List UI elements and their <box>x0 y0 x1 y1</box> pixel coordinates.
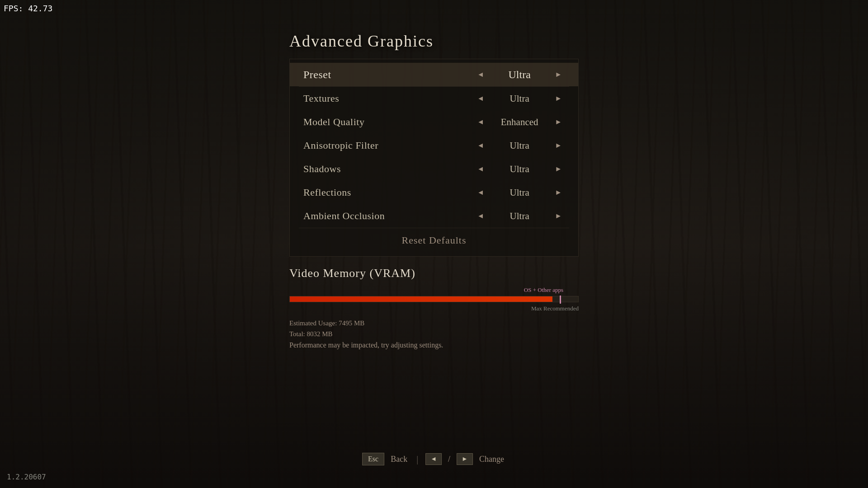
setting-row-textures[interactable]: Textures ◄ Ultra ► <box>290 87 578 110</box>
setting-row-model-quality[interactable]: Model Quality ◄ Enhanced ► <box>290 110 578 134</box>
model-quality-arrow-left[interactable]: ◄ <box>474 116 487 128</box>
setting-label-model-quality: Model Quality <box>303 116 474 128</box>
vram-bar <box>289 296 579 302</box>
vram-max-label: Max Recommended <box>531 305 579 312</box>
preset-arrow-right[interactable]: ► <box>552 69 565 80</box>
main-panel: Advanced Graphics Preset ◄ Ultra ► Textu… <box>289 32 579 257</box>
setting-label-preset: Preset <box>303 69 474 81</box>
setting-row-reflections[interactable]: Reflections ◄ Ultra ► <box>290 181 578 204</box>
reflections-arrow-left[interactable]: ◄ <box>474 187 487 198</box>
preset-value-container: ◄ Ultra ► <box>474 69 565 81</box>
preset-arrow-left[interactable]: ◄ <box>474 69 487 80</box>
textures-value-container: ◄ Ultra ► <box>474 93 565 104</box>
back-label: Back <box>391 455 407 464</box>
vram-section: Video Memory (VRAM) OS + Other apps Max … <box>289 267 579 349</box>
vram-total: Total: 8032 MB <box>289 328 579 339</box>
vram-max-label-row: Max Recommended <box>289 305 579 314</box>
vram-os-label-row: OS + Other apps <box>289 286 579 295</box>
textures-value: Ultra <box>492 93 547 104</box>
ambient-occlusion-arrow-left[interactable]: ◄ <box>474 210 487 222</box>
model-quality-value-container: ◄ Enhanced ► <box>474 116 565 128</box>
bottom-controls: Esc Back | ◄ / ► Change <box>362 453 506 465</box>
vram-estimated: Estimated Usage: 7495 MB <box>289 318 579 328</box>
setting-label-shadows: Shadows <box>303 163 474 175</box>
page-title: Advanced Graphics <box>289 32 579 51</box>
ambient-occlusion-arrow-right[interactable]: ► <box>552 210 565 222</box>
vram-warning: Performance may be impacted, try adjusti… <box>289 341 579 349</box>
setting-row-preset[interactable]: Preset ◄ Ultra ► <box>290 63 578 86</box>
shadows-value-container: ◄ Ultra ► <box>474 163 565 175</box>
right-arrow-key[interactable]: ► <box>457 453 473 465</box>
anisotropic-filter-value-container: ◄ Ultra ► <box>474 140 565 151</box>
setting-label-ambient-occlusion: Ambient Occlusion <box>303 210 474 222</box>
preset-value: Ultra <box>492 69 547 81</box>
setting-label-anisotropic-filter: Anisotropic Filter <box>303 140 474 151</box>
shadows-arrow-right[interactable]: ► <box>552 163 565 175</box>
fps-value: FPS: 42.73 <box>4 4 52 13</box>
ambient-occlusion-value: Ultra <box>492 211 547 222</box>
esc-key[interactable]: Esc <box>362 453 384 465</box>
shadows-arrow-left[interactable]: ◄ <box>474 163 487 175</box>
model-quality-arrow-right[interactable]: ► <box>552 116 565 128</box>
reflections-arrow-right[interactable]: ► <box>552 187 565 198</box>
textures-arrow-right[interactable]: ► <box>552 93 565 104</box>
setting-label-reflections: Reflections <box>303 187 474 198</box>
fps-counter: FPS: 42.73 <box>4 4 52 13</box>
setting-row-shadows[interactable]: Shadows ◄ Ultra ► <box>290 157 578 181</box>
anisotropic-arrow-right[interactable]: ► <box>552 140 565 151</box>
reset-defaults-button[interactable]: Reset Defaults <box>290 228 578 253</box>
vram-os-marker <box>560 296 561 304</box>
textures-arrow-left[interactable]: ◄ <box>474 93 487 104</box>
anisotropic-arrow-left[interactable]: ◄ <box>474 140 487 151</box>
vram-bar-fill <box>290 296 552 302</box>
version-value: 1.2.20607 <box>7 473 46 481</box>
left-arrow-key[interactable]: ◄ <box>425 453 442 465</box>
reset-label: Reset Defaults <box>402 235 467 246</box>
change-label: Change <box>479 455 504 464</box>
model-quality-value: Enhanced <box>492 117 547 128</box>
slash-separator: / <box>448 455 450 464</box>
vram-bar-wrapper: OS + Other apps Max Recommended <box>289 286 579 314</box>
ambient-occlusion-value-container: ◄ Ultra ► <box>474 210 565 222</box>
anisotropic-value: Ultra <box>492 140 547 151</box>
version-label: 1.2.20607 <box>7 473 46 481</box>
settings-panel: Preset ◄ Ultra ► Textures ◄ Ultra ► Mode… <box>289 59 579 257</box>
setting-row-anisotropic-filter[interactable]: Anisotropic Filter ◄ Ultra ► <box>290 134 578 157</box>
shadows-value: Ultra <box>492 164 547 175</box>
reflections-value: Ultra <box>492 187 547 198</box>
setting-row-ambient-occlusion[interactable]: Ambient Occlusion ◄ Ultra ► <box>290 204 578 228</box>
control-separator: | <box>416 454 418 465</box>
setting-label-textures: Textures <box>303 93 474 104</box>
vram-info: Estimated Usage: 7495 MB Total: 8032 MB <box>289 318 579 339</box>
vram-os-label: OS + Other apps <box>524 286 563 294</box>
vram-title: Video Memory (VRAM) <box>289 267 579 280</box>
reflections-value-container: ◄ Ultra ► <box>474 187 565 198</box>
